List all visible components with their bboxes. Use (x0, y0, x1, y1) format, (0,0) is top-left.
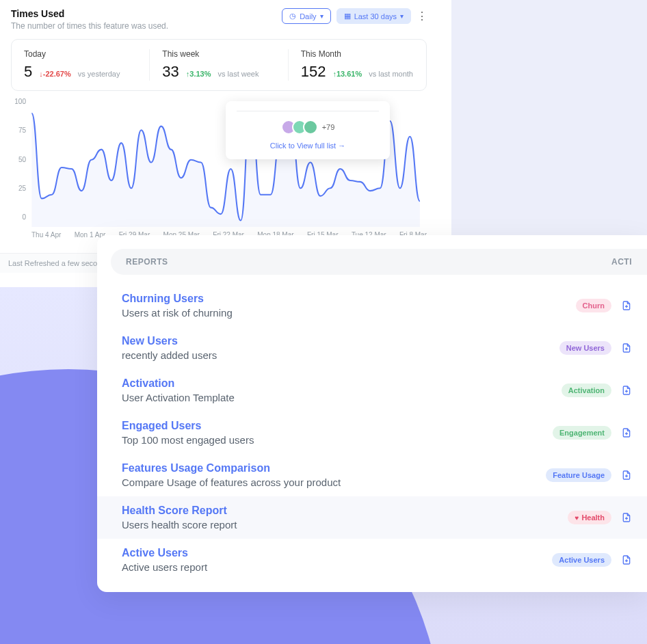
report-row[interactable]: New Users recently added users New Users (97, 327, 647, 369)
stat-compare: vs last week (218, 70, 259, 78)
add-report-icon[interactable] (621, 385, 632, 396)
stat-compare: vs yesterday (78, 70, 120, 78)
y-tick: 100 (10, 98, 26, 105)
x-tick: Thu 4 Apr (31, 231, 61, 239)
overflow-count: +79 (322, 123, 335, 131)
avatar (303, 120, 318, 135)
more-menu-button[interactable]: ⋮ (417, 10, 427, 23)
report-row[interactable]: Activation User Activation Template Acti… (97, 369, 647, 412)
reports-panel: REPORTS ACTI Churning Users Users at ris… (97, 235, 647, 592)
stat-label: This week (162, 49, 275, 59)
stats-row: Today 5 ↓-22.67% vs yesterday This week … (11, 39, 427, 91)
report-tag: Activation (562, 384, 611, 397)
view-full-list-link[interactable]: Click to View full list → (237, 142, 379, 150)
stat-block: Today 5 ↓-22.67% vs yesterday (12, 49, 150, 81)
stat-compare: vs last month (369, 70, 413, 78)
users-popup: +79 Click to View full list → (226, 101, 390, 159)
report-row[interactable]: Features Usage Comparison Compare Usage … (97, 454, 647, 496)
report-description: User Activation Template (122, 392, 562, 403)
report-tag: Feature Usage (546, 468, 611, 482)
report-description: Active users report (122, 561, 552, 573)
report-row[interactable]: Churning Users Users at risk of churning… (97, 284, 647, 327)
card-title: Times Used (11, 8, 168, 19)
report-title[interactable]: New Users (122, 335, 559, 347)
stat-value: 152 (301, 63, 326, 81)
reports-column-header: REPORTS (126, 257, 168, 267)
stat-value: 33 (162, 63, 179, 81)
stat-block: This week 33 ↑3.13% vs last week (150, 49, 288, 81)
add-report-icon[interactable] (621, 300, 632, 311)
report-row[interactable]: Engaged Users Top 100 most engaged users… (97, 412, 647, 454)
report-tag: Active Users (552, 553, 611, 567)
actions-column-header: ACTI (611, 257, 632, 267)
y-tick: 25 (10, 185, 26, 192)
report-tag: Churn (576, 299, 611, 312)
add-report-icon[interactable] (621, 470, 632, 481)
stat-block: This Month 152 ↑13.61% vs last month (289, 49, 426, 81)
chevron-down-icon: ▾ (320, 12, 324, 20)
report-title[interactable]: Health Score Report (122, 505, 568, 517)
stat-label: Today (24, 49, 137, 59)
range-select[interactable]: ▦ Last 30 days ▾ (336, 8, 411, 24)
report-row[interactable]: Active Users Active users report Active … (97, 539, 647, 581)
report-tag: New Users (559, 341, 611, 355)
stat-delta: ↓-22.67% (39, 70, 70, 78)
card-subtitle: The number of times this feature was use… (11, 21, 168, 31)
y-tick: 75 (10, 126, 26, 134)
report-title[interactable]: Activation (122, 377, 562, 390)
y-tick: 0 (10, 213, 26, 221)
stat-delta: ↑3.13% (186, 70, 211, 78)
report-title[interactable]: Churning Users (122, 293, 576, 305)
report-title[interactable]: Engaged Users (122, 420, 553, 432)
report-tag: ♥ Health (568, 511, 611, 524)
report-title[interactable]: Active Users (122, 547, 552, 559)
report-tag: Engagement (553, 426, 611, 440)
y-tick: 50 (10, 156, 26, 163)
report-description: recently added users (122, 349, 559, 361)
stat-value: 5 (24, 63, 32, 81)
add-report-icon[interactable] (621, 554, 632, 565)
chevron-down-icon: ▾ (400, 12, 404, 20)
calendar-icon: ▦ (344, 12, 351, 21)
clock-icon: ◷ (289, 12, 296, 21)
report-title[interactable]: Features Usage Comparison (122, 462, 546, 474)
add-report-icon[interactable] (621, 427, 632, 438)
report-description: Users health score report (122, 519, 568, 531)
stat-label: This Month (301, 49, 414, 59)
report-description: Compare Usage of features across your pr… (122, 477, 546, 488)
granularity-select[interactable]: ◷ Daily ▾ (282, 8, 330, 24)
add-report-icon[interactable] (621, 512, 632, 523)
report-row[interactable]: Health Score Report Users health score r… (97, 496, 647, 539)
stat-delta: ↑13.61% (332, 70, 362, 78)
heart-icon: ♥ (575, 514, 579, 522)
add-report-icon[interactable] (621, 343, 632, 353)
report-description: Top 100 most engaged users (122, 434, 553, 446)
report-description: Users at risk of churning (122, 307, 576, 319)
